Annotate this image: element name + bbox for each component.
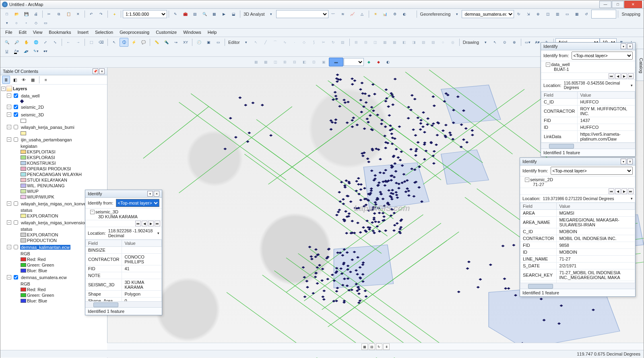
analyst-dropdown-icon[interactable]: ▾ <box>267 10 276 19</box>
toc-pin-icon[interactable]: 📌 <box>93 68 98 74</box>
identify3-menu-icon[interactable]: ▾ <box>621 159 626 164</box>
model-icon[interactable]: ⬓ <box>229 10 238 19</box>
identify2-menu-icon[interactable]: ▾ <box>621 43 626 49</box>
identify1-hscroll[interactable] <box>85 301 162 307</box>
identify-panel-seismic3d[interactable]: Identify ▾✕ Identify from: <Top-most lay… <box>85 190 162 315</box>
print-icon[interactable]: 🖨 <box>31 10 40 19</box>
toc-list-by-drawing-icon[interactable]: ≣ <box>2 76 10 84</box>
select-features-icon[interactable]: ⬚ <box>87 38 96 47</box>
toc-layer-checkbox[interactable] <box>14 93 18 98</box>
data-view-icon[interactable]: ▦ <box>361 344 368 350</box>
python-icon[interactable]: ▶ <box>219 10 228 19</box>
close-button[interactable]: ✕ <box>624 1 642 8</box>
identify-panel-well[interactable]: Identify ▾✕ Identify from: <Top-most lay… <box>541 42 636 157</box>
toc-layer-checkbox[interactable] <box>14 112 18 117</box>
zoom-in-icon[interactable]: 🔍 <box>2 38 11 47</box>
window-tool-icon[interactable]: ▭ <box>214 38 223 47</box>
hyperlink-icon[interactable]: ⚡ <box>129 38 138 47</box>
toc-list-by-selection-icon[interactable]: ▦ <box>29 76 37 84</box>
identify3-prev-icon[interactable]: ◀ <box>615 188 621 194</box>
goto-xy-icon[interactable]: XY <box>181 38 190 47</box>
menu-edit[interactable]: Edit <box>16 29 30 37</box>
full-extent-icon[interactable]: 🌐 <box>31 38 40 47</box>
maximize-button[interactable]: □ <box>612 1 624 8</box>
search-icon[interactable]: 🔍 <box>200 10 209 19</box>
tin-icon[interactable]: △ <box>358 10 367 19</box>
menu-selection[interactable]: Selection <box>92 29 116 37</box>
toc-layer-label[interactable]: seismic_3D <box>20 112 45 117</box>
x11-icon[interactable]: ◐ <box>384 58 392 66</box>
toc-list-by-visibility-icon[interactable]: 👁 <box>20 76 28 84</box>
identify2-hscroll[interactable] <box>541 143 635 149</box>
snap-edge-icon[interactable]: ▭ <box>41 19 50 27</box>
settings-icon[interactable]: ⚙ <box>390 10 399 19</box>
toc-layer-label[interactable]: data_well <box>20 93 40 98</box>
find-icon[interactable]: 🔦 <box>162 38 171 47</box>
open-icon[interactable]: 📂 <box>12 10 21 19</box>
georef-auto-icon[interactable]: ◫ <box>543 10 552 19</box>
editor-dropdown-icon[interactable]: ▾ <box>242 38 251 47</box>
menu-windows[interactable]: Windows <box>180 29 204 37</box>
pan-icon[interactable]: ✋ <box>22 38 31 47</box>
tool-icon[interactable]: ◐ <box>400 10 409 19</box>
toc-layer-label[interactable]: demnas_kalimantan.ecw <box>20 245 70 250</box>
identify2-close-icon[interactable]: ✕ <box>627 43 633 49</box>
x9-icon[interactable]: ◆ <box>364 58 373 66</box>
copy-icon[interactable]: ⧉ <box>54 10 63 19</box>
marker-color-icon[interactable]: ●▾ <box>41 47 50 56</box>
toc-layer-checkbox[interactable] <box>14 105 18 109</box>
toc-layer-label[interactable]: wilayah_kerja_migas_konvensional <box>20 220 91 225</box>
identify2-first-icon[interactable]: ⏮ <box>609 73 614 79</box>
fixed-zoom-in-icon[interactable]: ⤢ <box>41 38 50 47</box>
delete-icon[interactable]: ✕ <box>74 10 83 19</box>
identify3-from-dropdown[interactable]: <Top-most layer> <box>551 167 633 175</box>
minimize-button[interactable]: — <box>599 1 611 8</box>
toc-layer-label[interactable]: ijin_usaha_pertambangan <box>20 137 73 142</box>
identify1-close-icon[interactable]: ✕ <box>154 191 159 197</box>
toc-layer-label[interactable]: demnas_sumatera.ecw <box>20 275 68 280</box>
pointer-icon[interactable]: ↖ <box>110 38 119 47</box>
save-icon[interactable]: 💾 <box>22 10 31 19</box>
contour-icon[interactable]: ≋ <box>339 10 347 19</box>
snap-end-icon[interactable]: ▫ <box>22 19 31 27</box>
identify3-hscroll[interactable] <box>520 283 635 289</box>
menu-view[interactable]: View <box>30 29 46 37</box>
toc-layer-checkbox[interactable] <box>14 275 18 279</box>
toc-options-icon[interactable]: ≡ <box>42 76 50 84</box>
profile-icon[interactable]: 📈 <box>348 10 357 19</box>
menu-geoprocessing[interactable]: Geoprocessing <box>116 29 153 37</box>
layout-view-icon[interactable]: ▤ <box>369 344 375 350</box>
identify1-prev-icon[interactable]: ◀ <box>142 221 147 226</box>
identify1-menu-icon[interactable]: ▾ <box>147 191 153 197</box>
toolbox-icon[interactable]: 🧰 <box>181 10 190 19</box>
menu-file[interactable]: File <box>2 29 16 37</box>
selected-tool-icon[interactable]: ▬ <box>329 58 343 66</box>
catalog-icon[interactable]: ▤ <box>190 10 199 19</box>
sun-icon[interactable]: ☀ <box>371 10 380 19</box>
snap-vertex-icon[interactable]: ◇ <box>31 19 40 27</box>
interpolate-icon[interactable]: 〰 <box>329 10 338 19</box>
identify2-tree[interactable]: −data_well BUAT-1 <box>541 61 635 72</box>
georef-del-icon[interactable]: ▭ <box>563 10 572 19</box>
fill-color-icon[interactable]: ◢▾ <box>22 47 31 56</box>
draw-zoom-icon[interactable]: ⊕ <box>510 38 519 47</box>
identify1-last-icon[interactable]: ⏭ <box>155 221 160 226</box>
georef-rotate-icon[interactable]: ↻ <box>514 10 523 19</box>
georef-link-icon[interactable]: ⊕ <box>534 10 543 19</box>
toc-layer-checkbox[interactable] <box>14 245 18 249</box>
drawing-dropdown-icon[interactable]: ▾ <box>481 38 490 47</box>
fixed-zoom-out-icon[interactable]: ⤡ <box>51 38 60 47</box>
editor-toolbar-icon[interactable]: ✎ <box>171 10 180 19</box>
draw-select-icon[interactable]: ↖ <box>491 38 500 47</box>
graph-icon[interactable]: 📊 <box>381 10 390 19</box>
identify2-last-icon[interactable]: ⏭ <box>628 73 634 79</box>
line-color-icon[interactable]: ✎▾ <box>31 47 40 56</box>
draw-rotate-icon[interactable]: ⊙ <box>500 38 509 47</box>
clear-selection-icon[interactable]: ⌫ <box>97 38 105 47</box>
identify2-next-icon[interactable]: ▶ <box>621 73 627 79</box>
identify3-first-icon[interactable]: ⏮ <box>609 188 614 194</box>
identify1-from-dropdown[interactable]: <Top-most layer> <box>116 199 159 207</box>
html-popup-icon[interactable]: 💬 <box>139 38 148 47</box>
underline-icon[interactable]: U <box>2 47 11 56</box>
menu-customize[interactable]: Customize <box>153 29 180 37</box>
